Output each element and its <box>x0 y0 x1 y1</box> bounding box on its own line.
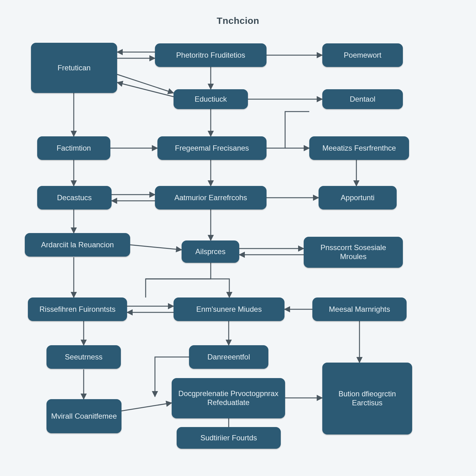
node-n7: Fregeemal Frecisanes <box>157 136 267 160</box>
node-n6: Factimtion <box>37 136 110 160</box>
node-n1: Phetoritro Fruditetios <box>155 43 267 67</box>
svg-line-19 <box>130 245 182 250</box>
node-n21: Bution dfieogrctin Earctisus <box>322 363 412 434</box>
node-n13: Ailsprces <box>182 240 239 263</box>
node-n10: Aatmurior Earrefrcohs <box>155 186 267 209</box>
node-n11: Apportunti <box>319 186 397 209</box>
node-n14: Pnsscorrt Sosesiale Mroules <box>304 237 403 268</box>
node-n5: Dentaol <box>322 89 403 109</box>
node-n15: Rissefihren Fuironntsts <box>28 298 127 321</box>
node-n3: Poemewort <box>322 43 403 67</box>
node-n4: Eductiuck <box>174 89 248 109</box>
node-n9: Decastucs <box>37 186 112 209</box>
node-n12: Ardarciit la Reuancion <box>25 233 130 257</box>
node-n19: Danreeentfol <box>189 345 268 369</box>
svg-line-4 <box>117 82 174 97</box>
svg-line-31 <box>121 403 172 411</box>
node-n23: Sudtiriier Fourtds <box>177 427 281 449</box>
node-n22: Mvirall Coanitfemee <box>46 399 121 433</box>
node-n16: Enm'sunere Miudes <box>174 298 284 321</box>
node-n2: Fretutican <box>31 43 117 93</box>
node-n20: Docgprelenatie Prvoctogpnrax Refeduatlat… <box>172 378 285 418</box>
svg-line-5 <box>117 74 174 93</box>
node-n17: Meesal Marnrights <box>312 298 407 321</box>
diagram-title: Tnchcion <box>0 15 476 26</box>
node-n8: Meeatizs Fesrfrenthce <box>309 136 409 160</box>
node-n18: Seeutrness <box>46 345 121 369</box>
